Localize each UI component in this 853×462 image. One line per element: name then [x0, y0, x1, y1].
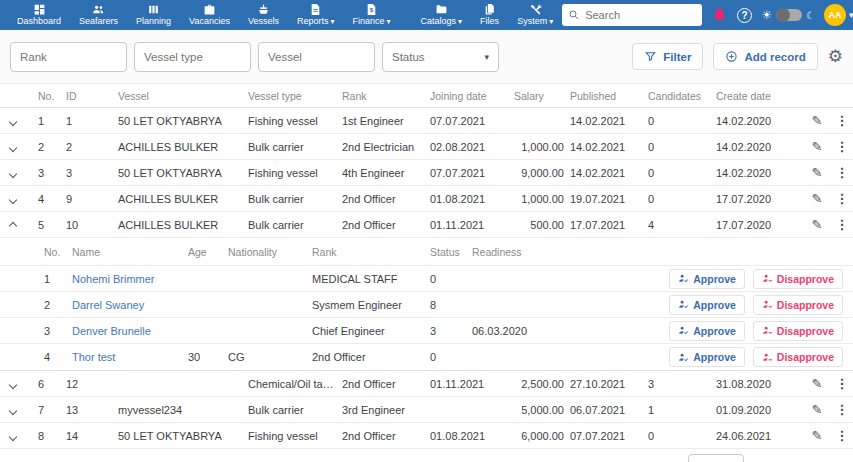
cell-no: 3: [38, 167, 66, 179]
approve-button[interactable]: Approve: [669, 347, 745, 367]
candidate-name-link[interactable]: Darrel Swaney: [72, 299, 188, 311]
page-size-select[interactable]: 50 ▾: [688, 454, 744, 462]
cell-vessel: ACHILLES BULKER: [118, 141, 248, 153]
nav-item-planning[interactable]: Planning: [127, 1, 180, 29]
disapprove-button[interactable]: Disapprove: [753, 269, 843, 289]
nav-item-files[interactable]: Files: [471, 1, 508, 29]
edit-pencil-icon[interactable]: ✎: [804, 165, 830, 180]
cell-id: 12: [66, 378, 118, 390]
nav-item-vessels[interactable]: Vessels: [239, 1, 288, 29]
row-menu-icon[interactable]: ⋮: [830, 165, 853, 180]
approve-label: Approve: [693, 273, 736, 285]
candidate-name-link[interactable]: Thor test: [72, 351, 188, 363]
approve-label: Approve: [693, 325, 736, 337]
filter-button[interactable]: Filter: [632, 43, 703, 70]
cell-joining-date: 01.08.2021: [430, 430, 514, 442]
nav-item-vacancies[interactable]: Vacancies: [180, 1, 239, 29]
cell-published: 14.02.2021: [570, 141, 648, 153]
notifications-bell-icon[interactable]: [711, 7, 728, 24]
edit-pencil-icon[interactable]: ✎: [804, 402, 830, 417]
sub-column-rank: Rank: [312, 246, 430, 258]
edit-pencil-icon[interactable]: ✎: [804, 191, 830, 206]
cell-rank: 4th Engineer: [342, 167, 430, 179]
cell-rank: Chief Engineer: [312, 325, 430, 337]
filter-button-label: Filter: [663, 51, 691, 63]
cell-joining-date: 01.08.2021: [430, 193, 514, 205]
disapprove-button[interactable]: Disapprove: [753, 295, 843, 315]
approve-button[interactable]: Approve: [669, 321, 745, 341]
vessel-type-filter-input[interactable]: [144, 51, 241, 63]
cell-salary: 1,000.00: [514, 141, 570, 153]
cell-candidates: 0: [648, 430, 716, 442]
cell-candidates: 0: [648, 167, 716, 179]
vessel-filter-input[interactable]: [268, 51, 365, 63]
approve-button[interactable]: Approve: [669, 295, 745, 315]
cell-status: 8: [430, 299, 472, 311]
sub-column-name: Name: [72, 246, 188, 258]
row-menu-icon[interactable]: ⋮: [830, 217, 853, 232]
nav-item-reports[interactable]: Reports▾: [288, 1, 344, 29]
nav-item-catalogs[interactable]: Catalogs▾: [412, 1, 472, 29]
expand-chevron-icon[interactable]: [9, 195, 17, 203]
collapse-chevron-icon[interactable]: [9, 221, 17, 229]
expand-chevron-icon[interactable]: [9, 143, 17, 151]
rank-filter-input[interactable]: [20, 51, 117, 63]
row-menu-icon[interactable]: ⋮: [830, 428, 853, 443]
expand-chevron-icon[interactable]: [9, 432, 17, 440]
edit-pencil-icon[interactable]: ✎: [804, 139, 830, 154]
edit-pencil-icon[interactable]: ✎: [804, 217, 830, 232]
candidate-name-link[interactable]: Denver Brunelle: [72, 325, 188, 337]
edit-pencil-icon[interactable]: ✎: [804, 113, 830, 128]
cell-status: 0: [430, 273, 472, 285]
candidate-name-link[interactable]: Nohemi Brimmer: [72, 273, 188, 285]
candidate-row: 3 Denver Brunelle Chief Engineer 3 06.03…: [0, 318, 853, 344]
edit-pencil-icon[interactable]: ✎: [804, 376, 830, 391]
expand-chevron-icon[interactable]: [9, 117, 17, 125]
global-search: [562, 4, 702, 26]
row-menu-icon[interactable]: ⋮: [830, 139, 853, 154]
expand-chevron-icon[interactable]: [9, 406, 17, 414]
candidate-row: 1 Nohemi Brimmer MEDICAL STAFF 0 Approve…: [0, 266, 853, 292]
row-menu-icon[interactable]: ⋮: [830, 376, 853, 391]
person-check-icon: [678, 352, 689, 363]
cell-vessel-type: Fishing vessel: [248, 115, 342, 127]
cell-published: 14.02.2021: [570, 167, 648, 179]
approve-button[interactable]: Approve: [669, 269, 745, 289]
theme-toggle[interactable]: ☀ ☾: [761, 8, 815, 22]
expand-chevron-icon[interactable]: [9, 380, 17, 388]
user-menu[interactable]: AA ▾: [824, 4, 853, 26]
person-minus-icon: [762, 352, 773, 363]
filter-bar: Status ▾ Filter Add record ⚙: [0, 30, 853, 84]
edit-pencil-icon[interactable]: ✎: [804, 428, 830, 443]
nav-label: Files: [480, 17, 499, 27]
gear-icon[interactable]: ⚙: [828, 48, 843, 65]
cell-vessel: 50 LET OKTYABRYA: [118, 167, 248, 179]
nav-item-system[interactable]: System▾: [508, 1, 562, 29]
row-menu-icon[interactable]: ⋮: [830, 113, 853, 128]
column-header-id: ID: [66, 90, 118, 102]
search-input[interactable]: [585, 9, 696, 21]
disapprove-button[interactable]: Disapprove: [753, 347, 843, 367]
disapprove-label: Disapprove: [777, 299, 834, 311]
help-icon[interactable]: ?: [737, 8, 752, 23]
table-row: 4 9 ACHILLES BULKER Bulk carrier 2nd Off…: [0, 186, 853, 212]
rank-filter-field: [10, 42, 127, 72]
row-menu-icon[interactable]: ⋮: [830, 191, 853, 206]
nav-item-dashboard[interactable]: Dashboard: [8, 1, 70, 29]
theme-switch[interactable]: [776, 9, 802, 21]
cell-create-date: 24.06.2021: [716, 430, 804, 442]
column-header-rank: Rank: [342, 90, 430, 102]
cell-joining-date: 01.11.2021: [430, 219, 514, 231]
column-header-candidates: Candidates: [648, 90, 716, 102]
add-record-button[interactable]: Add record: [713, 43, 817, 70]
candidate-row: 4 Thor test 30 CG 2nd Officer 0 Approve …: [0, 344, 853, 370]
expand-chevron-icon[interactable]: [9, 169, 17, 177]
disapprove-button[interactable]: Disapprove: [753, 321, 843, 341]
row-menu-icon[interactable]: ⋮: [830, 402, 853, 417]
column-header-salary: Salary: [514, 90, 570, 102]
nav-item-finance[interactable]: $ Finance▾: [344, 1, 400, 29]
nav-item-seafarers[interactable]: Seafarers: [70, 1, 127, 29]
cell-no: 4: [38, 193, 66, 205]
column-header-create-date: Create date: [716, 90, 804, 102]
status-filter-select[interactable]: Status ▾: [382, 42, 499, 72]
